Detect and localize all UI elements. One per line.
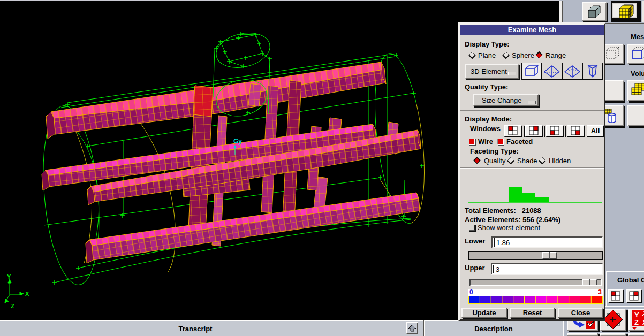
svg-text:Gy: Gy	[233, 138, 242, 145]
svg-text:Z: Z	[11, 303, 14, 309]
svg-text:Y: Y	[7, 273, 11, 280]
svg-text:Z: Z	[634, 318, 639, 326]
svg-text:Y: Y	[634, 311, 639, 319]
svg-text:X: X	[25, 291, 29, 297]
